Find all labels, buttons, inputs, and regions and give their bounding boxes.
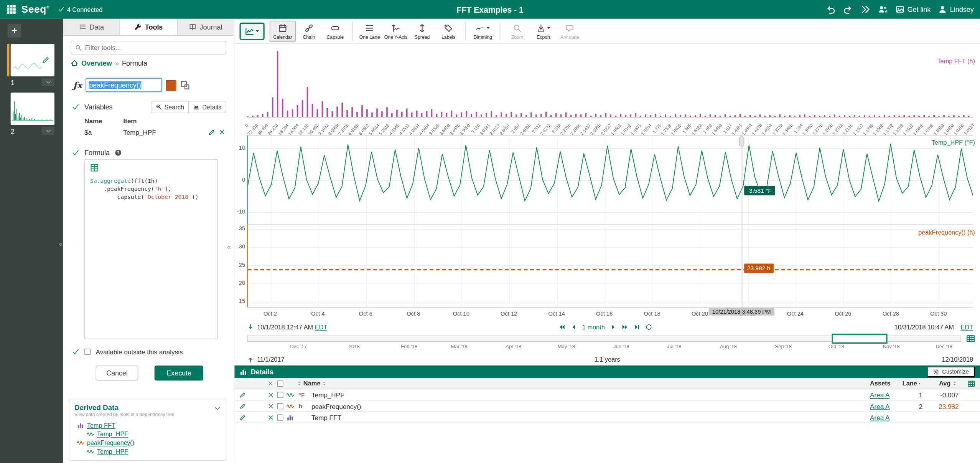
formula-name-input[interactable]: peakFrequency() bbox=[86, 78, 162, 92]
remove-item-icon[interactable] bbox=[268, 403, 274, 409]
item-name[interactable]: peakFrequency() bbox=[311, 402, 870, 410]
bolt-icon[interactable] bbox=[249, 392, 255, 398]
tab-data[interactable]: Data bbox=[63, 19, 120, 35]
peak-frequency-dashed-line[interactable] bbox=[248, 269, 973, 270]
select-all-checkbox[interactable] bbox=[277, 380, 283, 387]
timeline-selection[interactable] bbox=[832, 334, 887, 344]
toolbar-button-chain[interactable]: Chain bbox=[296, 20, 322, 41]
filter-tools-box[interactable] bbox=[71, 41, 226, 55]
item-checkbox[interactable] bbox=[277, 392, 283, 398]
timeline-track[interactable] bbox=[247, 336, 961, 342]
worksheet-2-preview[interactable] bbox=[11, 93, 54, 125]
forward-icon[interactable] bbox=[860, 4, 870, 14]
edit-item-icon[interactable] bbox=[239, 392, 245, 398]
toolbar-button-one-y-axis[interactable]: One Y-Axis bbox=[383, 20, 409, 41]
duration-label[interactable]: 1 month bbox=[582, 323, 605, 330]
details-row[interactable]: hpeakFrequency()Area A223.982 bbox=[234, 401, 980, 412]
toolbar-button-export[interactable]: Export bbox=[530, 20, 557, 41]
chart-area[interactable]: Temp FFT (h) 072.81836.40924.27318.20414… bbox=[234, 44, 980, 320]
help-icon[interactable]: ? bbox=[115, 149, 122, 157]
item-name[interactable]: Temp FFT bbox=[311, 413, 870, 421]
undo-icon[interactable] bbox=[825, 4, 835, 14]
arrow-down-icon[interactable] bbox=[247, 323, 254, 330]
edit-item-icon[interactable] bbox=[239, 403, 245, 409]
derived-item-link[interactable]: Temp FFT bbox=[87, 422, 115, 428]
timeline-options-icon[interactable] bbox=[966, 334, 975, 343]
arrow-up-icon[interactable] bbox=[247, 356, 254, 363]
info-icon[interactable] bbox=[258, 403, 264, 409]
temp-plot[interactable]: 100-10 bbox=[247, 135, 973, 224]
info-icon[interactable] bbox=[258, 392, 264, 398]
step-to-end-icon[interactable] bbox=[634, 323, 641, 330]
dock-icon[interactable] bbox=[180, 80, 190, 90]
formula-code-editor[interactable]: $a.aggregate(fft(1h) .peakFrequency('h')… bbox=[84, 159, 217, 339]
derived-item-link[interactable]: peakFrequency() bbox=[87, 439, 134, 446]
search-variables-button[interactable]: Search bbox=[151, 101, 189, 114]
remove-item-icon[interactable] bbox=[268, 414, 274, 420]
collapse-strip-handle[interactable]: « bbox=[59, 240, 63, 247]
bolt-icon[interactable] bbox=[249, 414, 255, 420]
step-back-icon[interactable] bbox=[570, 323, 577, 330]
asset-link[interactable]: Area A bbox=[870, 391, 889, 399]
timezone-link[interactable]: EDT bbox=[960, 323, 973, 330]
pf-plot[interactable]: 3530252015 bbox=[247, 224, 973, 308]
apps-grid-icon[interactable] bbox=[6, 4, 16, 14]
redo-icon[interactable] bbox=[843, 4, 853, 14]
home-icon[interactable] bbox=[71, 60, 78, 67]
avg-column-header[interactable]: Avg bbox=[939, 380, 950, 387]
cursor-handle[interactable] bbox=[739, 136, 744, 146]
users-icon[interactable] bbox=[878, 4, 888, 14]
execute-button[interactable]: Execute bbox=[155, 365, 203, 380]
fft-plot[interactable] bbox=[247, 49, 973, 117]
tab-journal[interactable]: Journal bbox=[177, 19, 234, 35]
assets-column-header[interactable]: Assets bbox=[870, 380, 903, 387]
toolbar-button-labels[interactable]: Labels bbox=[435, 20, 461, 41]
cancel-button[interactable]: Cancel bbox=[96, 365, 138, 380]
remove-item-icon[interactable] bbox=[268, 392, 274, 398]
derived-item-link[interactable]: Temp_HPF bbox=[97, 448, 128, 455]
edit-item-icon[interactable] bbox=[239, 414, 245, 420]
step-forward-fast-icon[interactable] bbox=[622, 323, 629, 330]
bolt-icon[interactable] bbox=[249, 403, 255, 409]
cursor-line[interactable] bbox=[741, 135, 742, 307]
toolbar-button-spread[interactable]: Spread bbox=[409, 20, 435, 41]
toolbar-button-dimming[interactable]: Dimming bbox=[469, 20, 496, 41]
color-swatch-button[interactable] bbox=[166, 80, 177, 91]
details-row[interactable]: °FTemp_HPFArea A1-0.007 bbox=[234, 389, 980, 400]
remove-variable-icon[interactable] bbox=[219, 129, 225, 135]
collapse-panel-handle[interactable]: « bbox=[227, 243, 231, 251]
timezone-link[interactable]: EDT bbox=[315, 323, 328, 330]
spreadsheet-icon[interactable] bbox=[90, 164, 99, 172]
worksheet-menu-button[interactable] bbox=[42, 78, 54, 86]
available-checkbox[interactable] bbox=[84, 349, 91, 355]
item-name[interactable]: Temp_HPF bbox=[311, 391, 870, 399]
user-menu[interactable]: Lindsey bbox=[938, 5, 974, 14]
item-checkbox[interactable] bbox=[277, 403, 283, 409]
details-row[interactable]: Temp FFTArea A bbox=[234, 412, 980, 423]
tab-tools[interactable]: Tools bbox=[120, 19, 178, 35]
lane-column-header[interactable]: Lane bbox=[903, 380, 917, 387]
step-forward-icon[interactable] bbox=[610, 323, 617, 330]
sort-up-icon[interactable] bbox=[918, 380, 921, 387]
worksheet-1-preview[interactable] bbox=[11, 44, 54, 76]
toolbar-button-one-lane[interactable]: One Lane bbox=[356, 20, 382, 41]
customize-button[interactable]: Customize bbox=[927, 366, 975, 377]
asset-link[interactable]: Area A bbox=[870, 413, 889, 421]
add-worksheet-button[interactable]: + bbox=[8, 24, 21, 38]
refresh-icon[interactable] bbox=[646, 323, 652, 330]
worksheet-menu-button[interactable] bbox=[42, 127, 54, 135]
sort-icon[interactable] bbox=[952, 380, 958, 387]
worksheet-thumbnail-1[interactable] bbox=[11, 44, 54, 76]
step-back-fast-icon[interactable] bbox=[558, 323, 565, 330]
sort-icon[interactable] bbox=[321, 380, 327, 387]
column-picker-icon[interactable] bbox=[967, 380, 975, 387]
connection-status[interactable]: 4 Connected bbox=[58, 6, 102, 13]
document-title[interactable]: FFT Examples - 1 bbox=[456, 5, 523, 14]
view-mode-dropdown[interactable] bbox=[239, 22, 264, 40]
details-variables-button[interactable]: Details bbox=[189, 101, 226, 114]
filter-tools-input[interactable] bbox=[85, 44, 222, 51]
sort-icon[interactable] bbox=[296, 380, 302, 387]
get-link-button[interactable]: Get link bbox=[896, 5, 931, 14]
name-column-header[interactable]: Name bbox=[303, 380, 320, 387]
asset-link[interactable]: Area A bbox=[870, 402, 889, 410]
